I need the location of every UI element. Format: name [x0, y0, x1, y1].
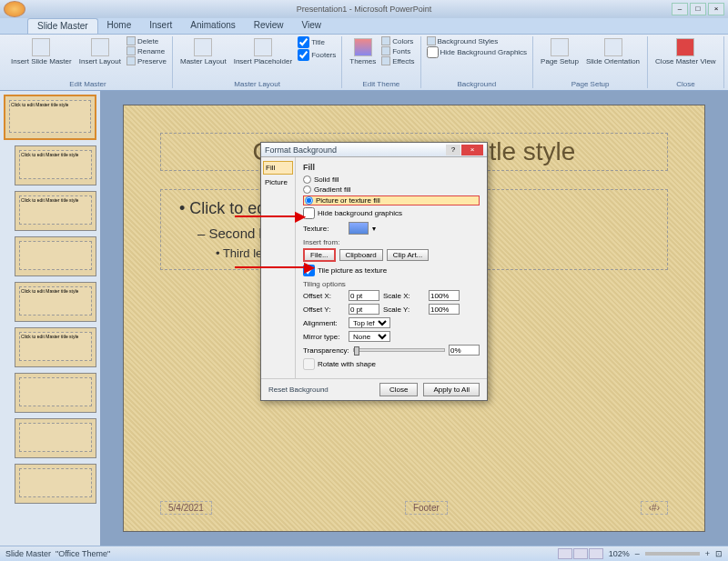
texture-picker[interactable]: [349, 222, 369, 235]
transparency-slider[interactable]: [353, 348, 445, 352]
layout-thumbnail[interactable]: [15, 236, 96, 276]
thumbnail-panel[interactable]: 1Click to edit Master title style Click …: [0, 91, 100, 546]
clipboard-button[interactable]: Clipboard: [339, 249, 383, 261]
ribbon-group-edit-master: Insert Slide Master Insert Layout Delete…: [4, 36, 173, 88]
tile-checkbox[interactable]: Tile picture as texture: [303, 265, 480, 276]
page-setup-button[interactable]: Page Setup: [539, 36, 581, 67]
picture-texture-fill-radio[interactable]: Picture or texture fill: [303, 195, 480, 205]
master-layout-button[interactable]: Master Layout: [178, 36, 228, 67]
transparency-label: Transparency:: [303, 346, 349, 355]
side-fill[interactable]: Fill: [263, 161, 293, 175]
apply-all-button[interactable]: Apply to All: [423, 383, 480, 396]
group-title-page-setup: Page Setup: [571, 80, 610, 88]
preserve-icon: [126, 56, 136, 65]
effects-button[interactable]: Effects: [381, 56, 414, 65]
normal-view-button[interactable]: [558, 548, 572, 559]
footer-area: 5/4/2021 Footer ‹#›: [160, 501, 668, 515]
maximize-button[interactable]: □: [690, 3, 706, 15]
ribbon-group-background: Background Styles Hide Background Graphi…: [421, 36, 534, 88]
side-picture[interactable]: Picture: [263, 176, 293, 188]
delete-button[interactable]: Delete: [126, 36, 167, 45]
tab-animations[interactable]: Animations: [181, 18, 244, 34]
layout-icon: [91, 38, 109, 56]
hide-bg-graphics-checkbox[interactable]: Hide background graphics: [303, 207, 480, 219]
layout-thumbnail[interactable]: Click to edit Master title style: [15, 191, 96, 231]
offset-y-input[interactable]: [349, 304, 379, 315]
window-title: Presentation1 - Microsoft PowerPoint: [297, 5, 432, 14]
close-icon: [676, 38, 694, 56]
reset-background-link[interactable]: Reset Background: [268, 386, 329, 394]
layout-thumbnail[interactable]: Click to edit Master title style: [15, 282, 96, 322]
fit-button[interactable]: ⊡: [715, 549, 723, 558]
placeholder-icon: [254, 38, 272, 56]
clipart-button[interactable]: Clip Art...: [387, 249, 429, 261]
layout-thumbnail[interactable]: [15, 464, 96, 504]
tab-slide-master[interactable]: Slide Master: [27, 18, 98, 34]
alignment-select[interactable]: Top left: [349, 317, 390, 328]
dialog-titlebar[interactable]: Format Background ? ×: [261, 143, 487, 157]
title-checkbox[interactable]: Title: [298, 36, 336, 48]
offset-x-input[interactable]: [349, 290, 379, 301]
ribbon-group-page-setup: Page Setup Slide Orientation Page Setup: [533, 36, 648, 88]
fonts-button[interactable]: Fonts: [381, 46, 414, 55]
slideshow-view-button[interactable]: [589, 548, 603, 559]
dialog-close-button[interactable]: ×: [461, 145, 483, 155]
status-mode: Slide Master: [5, 549, 51, 558]
scale-x-input[interactable]: [429, 290, 460, 301]
number-placeholder[interactable]: ‹#›: [641, 501, 668, 515]
insert-slide-master-button[interactable]: Insert Slide Master: [9, 36, 74, 67]
slider-thumb-icon[interactable]: [354, 346, 359, 356]
layout-thumbnail[interactable]: Click to edit Master title style: [15, 145, 96, 185]
zoom-out-button[interactable]: –: [635, 549, 640, 558]
insert-from-label: Insert from:: [303, 238, 480, 246]
group-title-edit-master: Edit Master: [69, 80, 106, 88]
insert-placeholder-button[interactable]: Insert Placeholder: [232, 36, 294, 67]
footer-placeholder[interactable]: Footer: [405, 501, 448, 515]
zoom-slider[interactable]: [645, 552, 700, 556]
gradient-fill-radio[interactable]: Gradient fill: [303, 185, 480, 194]
dialog-help-button[interactable]: ?: [446, 145, 460, 155]
background-styles-button[interactable]: Background Styles: [427, 36, 528, 45]
close-button[interactable]: Close: [379, 383, 418, 396]
status-bar: Slide Master "Office Theme" 102% – + ⊡: [0, 546, 728, 561]
preserve-button[interactable]: Preserve: [126, 56, 167, 65]
footers-checkbox[interactable]: Footers: [298, 49, 336, 61]
layout-thumbnail[interactable]: [15, 418, 96, 458]
dialog-main: Fill Solid fill Gradient fill Picture or…: [296, 157, 487, 378]
insert-layout-button[interactable]: Insert Layout: [77, 36, 123, 67]
tab-home[interactable]: Home: [98, 18, 141, 34]
ribbon-group-edit-theme: Themes Colors Fonts Effects Edit Theme: [342, 36, 420, 88]
sorter-view-button[interactable]: [573, 548, 588, 559]
minimize-button[interactable]: –: [672, 3, 688, 15]
themes-icon: [354, 38, 372, 56]
mirror-select[interactable]: None: [349, 331, 390, 342]
zoom-value: 102%: [609, 549, 630, 558]
group-title-close: Close: [676, 80, 694, 88]
office-button[interactable]: [4, 1, 25, 17]
layout-thumbnail[interactable]: [15, 373, 96, 413]
date-placeholder[interactable]: 5/4/2021: [160, 501, 212, 515]
zoom-in-button[interactable]: +: [705, 549, 710, 558]
ribbon: Insert Slide Master Insert Layout Delete…: [0, 35, 728, 91]
layout-thumbnail[interactable]: Click to edit Master title style: [15, 327, 96, 367]
close-master-button[interactable]: Close Master View: [653, 36, 718, 67]
page-setup-icon: [551, 38, 569, 56]
fonts-icon: [381, 46, 390, 55]
hide-bg-checkbox[interactable]: Hide Background Graphics: [427, 46, 528, 58]
tab-insert[interactable]: Insert: [140, 18, 181, 34]
solid-fill-radio[interactable]: Solid fill: [303, 175, 480, 184]
tab-view[interactable]: View: [293, 18, 331, 34]
rotate-checkbox[interactable]: Rotate with shape: [303, 358, 480, 370]
orientation-button[interactable]: Slide Orientation: [584, 36, 642, 67]
tab-review[interactable]: Review: [245, 18, 293, 34]
scale-y-input[interactable]: [429, 304, 460, 315]
themes-button[interactable]: Themes: [348, 36, 378, 67]
rename-button[interactable]: Rename: [126, 46, 167, 55]
dropdown-icon[interactable]: ▾: [372, 225, 376, 233]
transparency-input[interactable]: [449, 345, 480, 356]
master-thumbnail[interactable]: 1Click to edit Master title style: [4, 95, 96, 140]
group-title-edit-theme: Edit Theme: [363, 80, 400, 88]
slide-master-icon: [32, 38, 50, 56]
close-window-button[interactable]: ×: [708, 3, 724, 15]
colors-button[interactable]: Colors: [381, 36, 414, 45]
